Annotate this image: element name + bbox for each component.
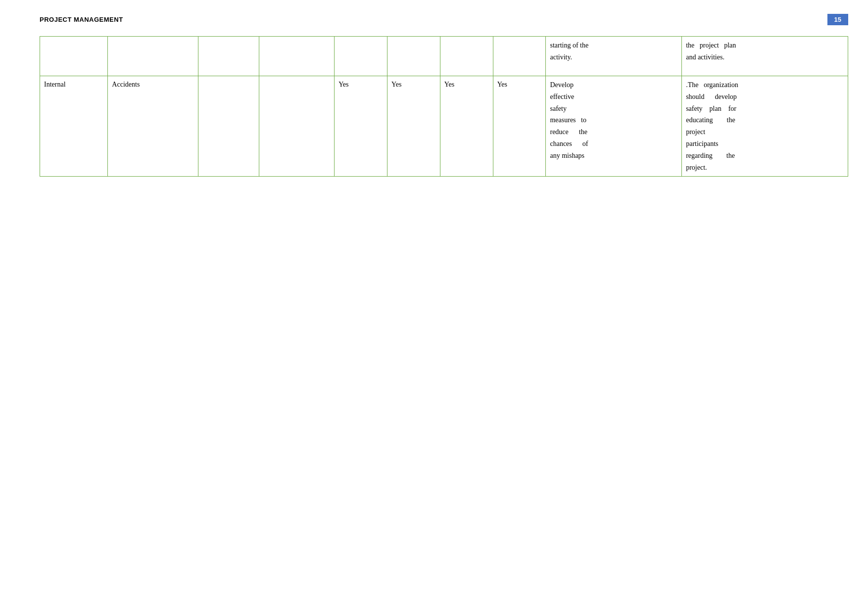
table-container: starting of the activity. the project pl…	[0, 31, 868, 187]
cell-yes3: Yes	[440, 76, 493, 177]
top-col5	[335, 37, 387, 76]
yes1-label: Yes	[338, 81, 348, 88]
risk-label: Accidents	[112, 81, 140, 88]
top-response-text: the project plan	[686, 42, 736, 49]
cell-yes2: Yes	[387, 76, 440, 177]
top-col-response: the project plan and activities.	[682, 37, 848, 76]
top-mitigation-text: starting of the	[550, 42, 588, 49]
yes3-label: Yes	[444, 81, 454, 88]
response-content: .The organization should develop safety …	[686, 79, 844, 173]
top-mitigation-text2: activity.	[550, 53, 572, 61]
top-col7	[440, 37, 493, 76]
top-col-mitigation: starting of the activity.	[546, 37, 682, 76]
yes4-label: Yes	[497, 81, 507, 88]
risk-table: starting of the activity. the project pl…	[40, 36, 848, 177]
cell-response: .The organization should develop safety …	[682, 76, 848, 177]
mitigation-content: Develop effective safety measures to red…	[550, 79, 677, 162]
table-row-top: starting of the activity. the project pl…	[40, 37, 848, 76]
top-response-text2: and activities.	[686, 53, 724, 61]
cell-empty2	[259, 76, 335, 177]
top-col4	[259, 37, 335, 76]
table-row-main: Internal Accidents Yes Yes Yes Yes Devel…	[40, 76, 848, 177]
top-col8	[493, 37, 546, 76]
top-col2	[108, 37, 198, 76]
cell-type: Internal	[40, 76, 108, 177]
cell-mitigation: Develop effective safety measures to red…	[546, 76, 682, 177]
cell-yes1: Yes	[335, 76, 387, 177]
yes2-label: Yes	[391, 81, 401, 88]
page-title: PROJECT MANAGEMENT	[40, 16, 123, 23]
top-col3	[198, 37, 259, 76]
type-label: Internal	[44, 81, 66, 88]
cell-yes4: Yes	[493, 76, 546, 177]
top-col1	[40, 37, 108, 76]
top-col6	[387, 37, 440, 76]
page-number: 15	[827, 14, 848, 25]
cell-risk: Accidents	[108, 76, 198, 177]
cell-empty1	[198, 76, 259, 177]
